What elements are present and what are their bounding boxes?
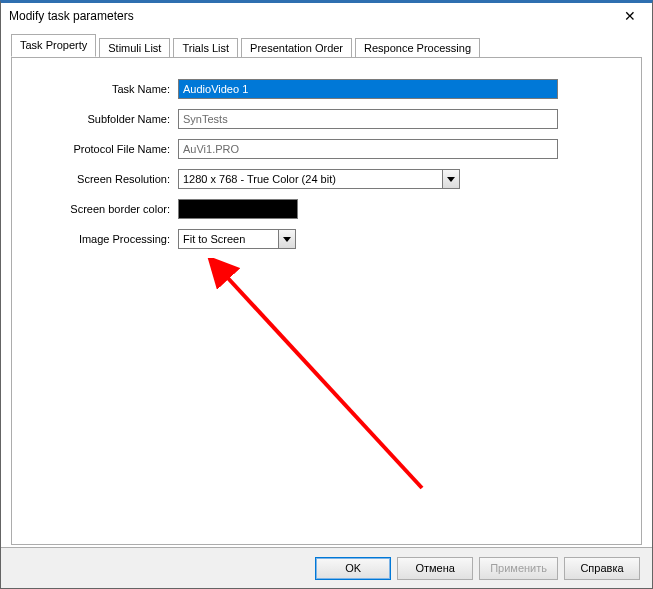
client-area: Task Property Stimuli List Trials List P… — [1, 29, 652, 547]
screen-resolution-value: 1280 x 768 - True Color (24 bit) — [178, 169, 442, 189]
image-processing-dropdown-button[interactable] — [278, 229, 296, 249]
close-icon: ✕ — [624, 9, 636, 23]
tab-panel-task-property: Task Name: Subfolder Name: Protocol File… — [11, 57, 642, 545]
label-subfolder: Subfolder Name: — [30, 113, 178, 125]
tab-response-processing[interactable]: Responce Processing — [355, 38, 480, 58]
label-task-name: Task Name: — [30, 83, 178, 95]
svg-line-1 — [226, 276, 422, 488]
label-border-color: Screen border color: — [30, 203, 178, 215]
help-button[interactable]: Справка — [564, 557, 640, 580]
apply-button[interactable]: Применить — [479, 557, 558, 580]
protocol-file-input[interactable] — [178, 139, 558, 159]
annotation-arrow — [192, 258, 452, 518]
border-color-picker[interactable] — [178, 199, 298, 219]
label-resolution: Screen Resolution: — [30, 173, 178, 185]
title-bar: Modify task parameters ✕ — [1, 3, 652, 29]
image-processing-select[interactable]: Fit to Screen — [178, 229, 296, 249]
tab-strip: Task Property Stimuli List Trials List P… — [11, 35, 642, 57]
chevron-down-icon — [283, 237, 291, 242]
screen-resolution-dropdown-button[interactable] — [442, 169, 460, 189]
chevron-down-icon — [447, 177, 455, 182]
task-name-input[interactable] — [178, 79, 558, 99]
ok-button[interactable]: OK — [315, 557, 391, 580]
tab-stimuli-list[interactable]: Stimuli List — [99, 38, 170, 58]
screen-resolution-select[interactable]: 1280 x 768 - True Color (24 bit) — [178, 169, 460, 189]
tab-presentation-order[interactable]: Presentation Order — [241, 38, 352, 58]
label-image-processing: Image Processing: — [30, 233, 178, 245]
window-title: Modify task parameters — [9, 9, 610, 23]
dialog-button-bar: OK Отмена Применить Справка — [1, 547, 652, 588]
subfolder-input[interactable] — [178, 109, 558, 129]
image-processing-value: Fit to Screen — [178, 229, 278, 249]
tab-trials-list[interactable]: Trials List — [173, 38, 238, 58]
tab-task-property[interactable]: Task Property — [11, 34, 96, 57]
cancel-button[interactable]: Отмена — [397, 557, 473, 580]
label-protocol: Protocol File Name: — [30, 143, 178, 155]
close-button[interactable]: ✕ — [610, 4, 650, 28]
dialog-window: Modify task parameters ✕ Task Property S… — [0, 0, 653, 589]
